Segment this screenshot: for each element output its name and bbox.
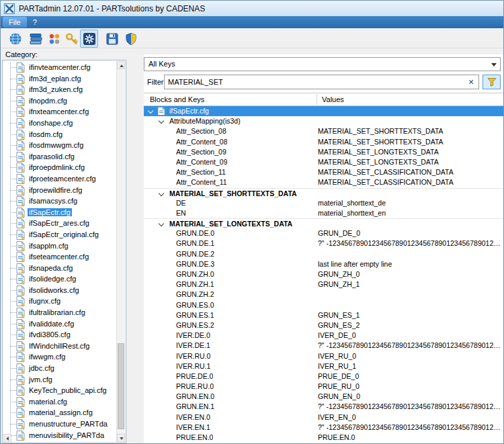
- table-row[interactable]: IVER.DE.1 ?" -12345678901234567890123456…: [144, 341, 503, 351]
- table-row[interactable]: Attr_Section_08 MATERIAL_SET_SHORTTEXTS_…: [144, 126, 503, 136]
- category-item[interactable]: ifugnx.cfg: [3, 296, 116, 307]
- table-row[interactable]: MATERIAL_SET_LONGTEXTS_DATA: [144, 218, 503, 228]
- license-key-button[interactable]: [62, 30, 81, 48]
- category-item[interactable]: ifosdmwwgm.cfg: [3, 140, 116, 151]
- category-item[interactable]: ifosdm.cfg: [3, 129, 116, 140]
- key-scope-select[interactable]: All Keys: [144, 57, 501, 71]
- table-row[interactable]: GRUN.DE.0 GRUN_DE_0: [144, 228, 503, 238]
- category-vertical-scrollbar[interactable]: [116, 61, 125, 442]
- category-item[interactable]: ifonshape.cfg: [3, 118, 116, 129]
- category-item[interactable]: ifproeteamcenter.cfg: [3, 173, 116, 185]
- category-item[interactable]: ifsolidworks.cfg: [3, 285, 116, 296]
- table-row[interactable]: GRUN.ZH.2: [144, 290, 503, 300]
- table-row[interactable]: EN material_shorttext_en: [144, 208, 503, 218]
- save-button[interactable]: [103, 30, 121, 48]
- table-row[interactable]: GRUN.EN.1 ?" -12345678901234567890123456…: [144, 402, 503, 412]
- category-item[interactable]: ifultralibrarian.cfg: [3, 307, 116, 318]
- category-item[interactable]: jdbc.cfg: [3, 363, 116, 374]
- category-item[interactable]: ifwwgm.cfg: [3, 351, 116, 363]
- category-item[interactable]: IfWindchillRest.cfg: [3, 341, 116, 352]
- catalogs-button[interactable]: [26, 30, 44, 48]
- chevron-down-icon[interactable]: [158, 191, 165, 197]
- table-row[interactable]: Attr_Content_09 MATERIAL_SET_LONGTEXTS_D…: [144, 157, 503, 167]
- table-row[interactable]: IVER.EN.1 ?" -12345678901234567890123456…: [144, 423, 503, 433]
- table-row[interactable]: GRUN.ES.2 GRUN_ES_2: [144, 320, 503, 330]
- column-header-values[interactable]: Values: [322, 93, 344, 105]
- category-item[interactable]: ifproepdmlink.cfg: [3, 162, 116, 173]
- category-item[interactable]: menustructure_PARTda: [3, 418, 116, 430]
- category-item[interactable]: ifproewildfire.cfg: [3, 185, 116, 196]
- category-item[interactable]: ifsolidedge.cfg: [3, 273, 116, 285]
- scroll-down-arrow[interactable]: [117, 434, 125, 442]
- table-row[interactable]: Attr_Section_11 MATERIAL_SET_CLASSIFICAT…: [144, 167, 503, 177]
- table-row[interactable]: AttributeMapping(is3d): [144, 116, 503, 126]
- apply-filter-button[interactable]: [482, 75, 501, 89]
- table-row[interactable]: Attr_Content_11 MATERIAL_SET_CLASSIFICAT…: [144, 177, 503, 187]
- scroll-left-arrow[interactable]: [3, 434, 11, 442]
- table-row[interactable]: GRUN.DE.1 ?" -12345678901234567890123456…: [144, 238, 503, 249]
- table-row[interactable]: GRUN.ES.0: [144, 300, 503, 310]
- category-item[interactable]: ifparasolid.cfg: [3, 151, 116, 163]
- filter-input[interactable]: [164, 75, 479, 89]
- table-row[interactable]: GRUN.DE.3 last line after empty line: [144, 259, 503, 269]
- chevron-down-icon[interactable]: [158, 221, 165, 228]
- table-row[interactable]: IVER.RU.1 IVER_RU_1: [144, 361, 503, 371]
- table-row[interactable]: PRUE.RU.0 PRUE_RU_0: [144, 382, 503, 392]
- category-item[interactable]: jvm.cfg: [3, 374, 116, 386]
- category-item[interactable]: ifsapplm.cfg: [3, 240, 116, 252]
- table-row[interactable]: GRUN.ES.1 GRUN_ES_1: [144, 310, 503, 320]
- table-row[interactable]: GRUN.DE.2: [144, 249, 503, 259]
- config-file-icon: [16, 363, 25, 374]
- category-item[interactable]: ifSapEctr_original.cfg: [3, 229, 116, 240]
- clear-filter-icon[interactable]: ×: [468, 76, 474, 88]
- table-row[interactable]: IVER.DE.0 IVER_DE_0: [144, 330, 503, 341]
- menu-file[interactable]: File: [3, 17, 27, 28]
- category-item-label: menustructure_PARTda: [28, 420, 109, 428]
- category-item[interactable]: ifSapEctr.cfg: [3, 207, 116, 218]
- config-file-icon: [16, 263, 25, 274]
- category-item[interactable]: material.cfg: [3, 396, 116, 408]
- column-separator[interactable]: [317, 94, 317, 105]
- table-row[interactable]: Attr_Content_08 MATERIAL_SET_SHORTTEXTS_…: [144, 137, 503, 147]
- category-item[interactable]: material_assign.cfg: [3, 407, 116, 418]
- row-value: ?" -123456789012345678901234567890123456…: [318, 238, 502, 249]
- category-item[interactable]: ifm3d_zuken.cfg: [3, 84, 116, 95]
- table-row[interactable]: Attr_Section_09 MATERIAL_SET_LONGTEXTS_D…: [144, 147, 503, 157]
- category-item[interactable]: KeyTech_public_api.cfg: [3, 385, 116, 396]
- column-header-keys[interactable]: Blocks and Keys: [150, 93, 204, 105]
- category-item[interactable]: menuvisibility_PARTda: [3, 430, 116, 441]
- scroll-up-arrow[interactable]: [117, 61, 125, 69]
- rights-button[interactable]: [122, 30, 140, 48]
- category-item[interactable]: ifsnapeda.cfg: [3, 263, 116, 274]
- config-file-icon: [16, 218, 25, 229]
- table-row[interactable]: MATERIAL_SET_SHORTTEXTS_DATA: [144, 188, 503, 198]
- index-admin-button[interactable]: [45, 30, 63, 48]
- category-item[interactable]: ifvdi3805.cfg: [3, 329, 116, 341]
- table-row[interactable]: PRUE.EN.0 PRUE.EN.0: [144, 433, 503, 443]
- table-row[interactable]: IVER.EN.0 IVER_EN_0: [144, 412, 503, 423]
- tree-connector: [10, 234, 16, 235]
- chevron-down-icon[interactable]: [158, 118, 165, 125]
- category-item[interactable]: ifsamacsys.cfg: [3, 195, 116, 207]
- table-row[interactable]: ifSapEctr.cfg: [144, 106, 503, 116]
- table-row[interactable]: IVER.RU.0 IVER_RU_0: [144, 351, 503, 361]
- configuration-button[interactable]: [80, 30, 98, 48]
- config-file-icon: [16, 107, 25, 118]
- category-item[interactable]: ifnopdm.cfg: [3, 95, 116, 107]
- table-row[interactable]: PRUE.DE.0 PRUE_DE_0: [144, 371, 503, 382]
- table-row[interactable]: GRUN.ZH.1 GRUN_ZH_1: [144, 279, 503, 290]
- table-row[interactable]: DE material_shorttext_de: [144, 198, 503, 208]
- chevron-down-icon[interactable]: [147, 108, 154, 115]
- catalog-update-button[interactable]: [6, 30, 24, 48]
- scroll-thumb[interactable]: [118, 343, 124, 429]
- category-item[interactable]: ifseteamcenter.cfg: [3, 251, 116, 263]
- category-item[interactable]: ifinvteamcenter.cfg: [3, 62, 116, 73]
- tree-connector: [10, 157, 16, 157]
- table-row[interactable]: GRUN.ZH.0 GRUN_ZH_0: [144, 269, 503, 279]
- category-item[interactable]: ifvaliddate.cfg: [3, 318, 116, 330]
- category-item[interactable]: ifnxteamcenter.cfg: [3, 106, 116, 118]
- category-item[interactable]: ifm3d_eplan.cfg: [3, 73, 116, 85]
- menu-help[interactable]: ?: [27, 17, 43, 28]
- table-row[interactable]: GRUN.EN.0 GRUN_EN_0: [144, 392, 503, 402]
- category-item[interactable]: ifSapEctr_ares.cfg: [3, 218, 116, 229]
